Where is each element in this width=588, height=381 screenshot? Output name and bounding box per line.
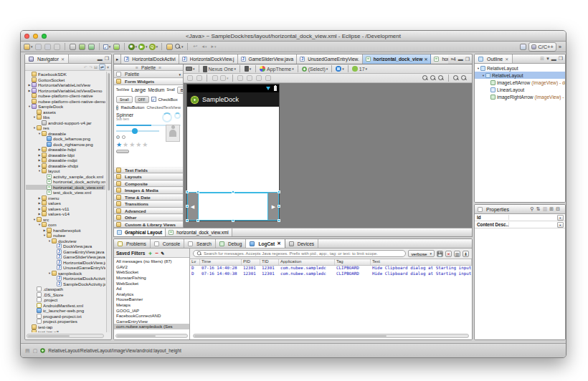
run-button[interactable]: ▶▾ — [138, 43, 148, 51]
outline-tab[interactable]: Outline ✕ — [475, 54, 513, 63]
property-ellipsis-button[interactable]: ▪ — [557, 215, 564, 221]
tree-item[interactable]: horizontal_dock_activity.xml — [26, 179, 105, 185]
log-row[interactable]: D07-16 14:40:381230112301com.nubee.sampl… — [190, 271, 472, 277]
zoom-out-icon[interactable] — [453, 75, 459, 81]
editor-tab[interactable]: UnusedGameEntryView. — [297, 54, 363, 64]
editor-tab[interactable]: horizontal_dock_acti — [431, 54, 448, 64]
palette-section[interactable]: Other — [114, 214, 183, 221]
gravity-icon[interactable] — [265, 74, 272, 82]
close-window-button[interactable] — [24, 34, 29, 39]
log-hscrollbar[interactable] — [193, 334, 469, 338]
radiogroup-icon[interactable] — [116, 135, 120, 139]
api-level-combo[interactable]: 17▾ — [352, 65, 367, 73]
tree-item[interactable]: ▶drawable-mdpi — [26, 158, 105, 163]
minimize-editor-icon[interactable]: ▬ — [458, 57, 463, 62]
sdk-manager-button[interactable] — [69, 43, 77, 51]
tree-item[interactable]: dock_leftarrow.png — [26, 136, 105, 142]
link-with-editor-icon[interactable]: ⇄ — [99, 64, 105, 70]
tree-item[interactable]: .DS_Store — [26, 292, 105, 298]
activity-select-combo[interactable]: (Select)▾ — [302, 65, 328, 73]
view-menu-icon[interactable]: ▾ — [107, 64, 109, 69]
navigator-vscrollbar[interactable] — [106, 72, 110, 332]
editor-tab[interactable]: horizontal_dock_view✕ — [363, 54, 432, 64]
align-vertical-icon[interactable] — [195, 74, 203, 82]
editor-tab[interactable]: HorizontalDockView.j — [179, 54, 238, 64]
console-tab-devices[interactable]: Devices — [285, 239, 318, 248]
editor-tab[interactable]: GameSliderView.java — [238, 54, 298, 64]
profile-button[interactable]: Q▾ — [149, 43, 158, 51]
orientation-button[interactable]: ▾ — [244, 65, 252, 73]
tree-item[interactable]: AndroidManifest.xml — [26, 303, 105, 309]
perspective-overflow[interactable]: » — [559, 44, 561, 50]
zoom-window-button[interactable] — [42, 34, 47, 39]
tree-item[interactable]: ▼drawable — [26, 131, 105, 137]
selection-handle[interactable] — [186, 190, 189, 193]
zoom-fit-icon[interactable] — [422, 75, 428, 81]
display-columns-icon[interactable]: ▥ — [454, 251, 460, 257]
property-ellipsis-button[interactable]: ▪ — [557, 222, 564, 228]
save-log-icon[interactable]: 💾 — [437, 251, 443, 257]
palette-section[interactable]: Time & Date — [114, 194, 183, 201]
zoom-in-icon[interactable] — [461, 75, 467, 81]
device-combo[interactable]: Nexus One▾ — [203, 65, 237, 73]
logcat-filter-item[interactable]: Ad — [114, 286, 189, 291]
logcat-filter-item[interactable]: GAV2 — [114, 264, 189, 270]
collapse-icon[interactable]: ⊟ — [556, 206, 560, 212]
tree-item[interactable]: DockView.java — [26, 243, 105, 249]
logcat-filter-item[interactable]: WebSocket — [114, 269, 189, 275]
design-canvas[interactable]: SampleDock ◀ ▶ — [184, 83, 472, 228]
logcat-filter-item[interactable]: MonstarFishing — [114, 275, 189, 281]
selection-handle[interactable] — [232, 219, 234, 222]
tree-item[interactable]: proguard-project.txt — [26, 314, 105, 319]
linear-layout-region[interactable] — [198, 193, 268, 221]
console-tab-problems[interactable]: Problems — [114, 239, 151, 248]
logcat-filter-item[interactable]: GameEntryView — [114, 319, 189, 324]
selection-handle[interactable] — [186, 219, 189, 222]
tree-item[interactable]: HorizontalDockActivity.ja — [26, 276, 105, 281]
tree-item[interactable]: GottoxSocket — [26, 77, 105, 83]
debug-button[interactable]: ✱▾ — [128, 43, 138, 51]
log-column-header[interactable]: Application — [279, 259, 335, 265]
collapse-all-icon[interactable]: ⊟ — [94, 64, 98, 69]
logcat-filter-item[interactable]: GOOG_IAP — [114, 307, 189, 313]
lint-button[interactable] — [87, 43, 95, 51]
add-filter-icon[interactable]: ＋ — [147, 249, 153, 257]
dock-layout[interactable]: ◀ ▶ — [187, 192, 279, 221]
search-toolbar-button[interactable]: ▾ — [175, 43, 184, 51]
tree-item[interactable]: .classpath — [26, 286, 105, 292]
tree-item[interactable]: ▼com — [26, 222, 105, 228]
tree-item[interactable]: horizontal_dock_view.xml — [26, 185, 105, 190]
forward-button[interactable]: ▸▾ — [210, 43, 218, 51]
log-column-header[interactable]: Tag — [335, 259, 371, 265]
distribute-icon[interactable] — [211, 74, 219, 82]
palette-textview-large[interactable]: Large — [131, 87, 146, 93]
expand-all-icon[interactable]: ⊞ — [540, 56, 544, 62]
maximize-view-icon[interactable]: ❐ — [105, 56, 109, 62]
show-advanced-icon[interactable]: ▥ — [543, 206, 548, 212]
tree-item[interactable]: assets — [26, 110, 105, 115]
edit-filter-icon[interactable]: ✎ — [161, 251, 164, 256]
palette-checkedtextview[interactable]: CheckedTextView — [146, 105, 181, 110]
selection-handle[interactable] — [278, 205, 280, 208]
outline-menu-icon[interactable]: ▾ — [546, 56, 549, 62]
palette-togglebutton[interactable]: OFF — [135, 96, 149, 103]
radio-off-icon[interactable] — [122, 135, 125, 139]
tree-item[interactable]: ▼dockview — [26, 238, 105, 244]
close-icon[interactable]: ✕ — [505, 57, 508, 62]
log-column-header[interactable]: Time — [200, 259, 242, 265]
tree-item[interactable]: activity_sample_dock.xml — [26, 174, 105, 180]
theme-combo[interactable]: AppTheme▾ — [260, 65, 294, 73]
tree-item[interactable]: GameSliderView.java — [26, 254, 105, 260]
logcat-filter-item[interactable]: HouseBanner — [114, 296, 189, 302]
tree-item[interactable]: ▼layout — [26, 168, 105, 174]
remove-filter-icon[interactable]: − — [155, 250, 158, 256]
logcat-filter-item[interactable]: Metaps — [114, 302, 189, 308]
tree-item[interactable]: ▶drawable-hdpi — [26, 147, 105, 153]
tree-item[interactable]: test-iap — [26, 324, 105, 330]
tree-item[interactable]: ▼libs — [26, 115, 105, 120]
palette-tab[interactable]: ≡Palette≡ — [114, 64, 183, 71]
tree-item[interactable]: dock_rightarrow.png — [26, 142, 105, 148]
avd-manager-button[interactable] — [78, 43, 86, 51]
last-edit-button[interactable]: ↩ — [191, 43, 199, 51]
editor-mode-tab[interactable]: Graphical Layout — [114, 228, 166, 236]
